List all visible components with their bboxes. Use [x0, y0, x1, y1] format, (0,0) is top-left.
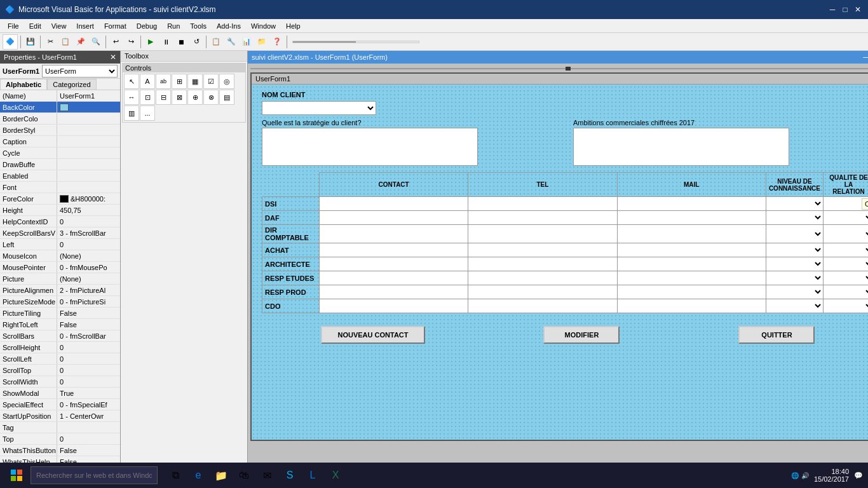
dir-niveau-select[interactable] [766, 225, 823, 243]
modifier-button[interactable]: MODIFIER [543, 326, 620, 344]
strategie-input[interactable] [262, 128, 478, 166]
dir-contact-input[interactable] [320, 225, 468, 243]
resp-etudes-tel-input[interactable] [468, 271, 616, 285]
tb-icon-vba[interactable]: 🔷 [3, 34, 18, 50]
tool-scrollbar[interactable]: ↔ [124, 90, 139, 105]
tb-copy[interactable]: 📋 [58, 35, 72, 49]
daf-qualite-select[interactable] [824, 211, 868, 224]
tb-pause[interactable]: ⏸ [159, 35, 173, 49]
daf-contact-input[interactable] [320, 211, 468, 224]
tb-paste[interactable]: 📌 [74, 35, 88, 49]
cdo-contact-input[interactable] [320, 299, 468, 313]
taskbar-taskview-icon[interactable]: ⧉ [165, 465, 186, 485]
tb-run[interactable]: ▶ [144, 35, 158, 49]
dsi-mail-input[interactable] [618, 197, 766, 210]
menu-help[interactable]: Help [281, 21, 306, 31]
resp-prod-qualite-select[interactable] [824, 285, 868, 299]
tool-combobox[interactable]: ⊞ [172, 74, 187, 89]
resp-prod-tel-input[interactable] [468, 285, 616, 299]
tb-cut[interactable]: ✂ [43, 35, 57, 49]
taskbar-mail-icon[interactable]: ✉ [257, 465, 277, 485]
menu-format[interactable]: Format [99, 21, 132, 31]
tool-multipage[interactable]: ⊕ [187, 90, 203, 105]
arch-tel-input[interactable] [468, 257, 616, 271]
tool-image[interactable]: ⊗ [203, 90, 219, 105]
resp-prod-niveau-select[interactable] [766, 285, 823, 299]
menu-file[interactable]: File [3, 21, 24, 31]
maximize-button[interactable]: □ [840, 4, 850, 15]
menu-addins[interactable]: Add-Ins [212, 21, 246, 31]
dsi-niveau-select[interactable] [766, 197, 823, 210]
quitter-button[interactable]: QUITTER [738, 326, 815, 344]
taskbar-lync-icon[interactable]: L [302, 465, 323, 485]
menu-run[interactable]: Run [162, 21, 185, 31]
resp-prod-contact-input[interactable] [320, 285, 468, 299]
tool-more[interactable]: ... [140, 105, 155, 121]
properties-close-btn[interactable]: ✕ [110, 53, 116, 62]
tool-tabstrip[interactable]: ⊠ [172, 90, 187, 105]
tb-userform[interactable]: 📋 [209, 35, 223, 49]
start-button[interactable] [5, 464, 28, 487]
tool-select[interactable]: ↖ [124, 74, 139, 89]
cdo-tel-input[interactable] [468, 299, 616, 313]
content-minimize-btn[interactable]: ─ [863, 53, 868, 62]
menu-view[interactable]: View [46, 21, 72, 31]
taskbar-excel-icon[interactable]: X [325, 465, 346, 485]
ambitions-input[interactable] [573, 128, 789, 166]
resp-etudes-niveau-select[interactable] [766, 271, 823, 285]
achat-mail-input[interactable] [618, 243, 766, 257]
arch-mail-input[interactable] [618, 257, 766, 271]
cdo-qualite-select[interactable] [824, 299, 868, 313]
cdo-mail-input[interactable] [618, 299, 766, 313]
dsi-contact-input[interactable] [320, 197, 468, 210]
nouveau-contact-button[interactable]: NOUVEAU CONTACT [321, 326, 424, 344]
tb-more2[interactable]: 📊 [240, 35, 254, 49]
tab-categorized[interactable]: Categorized [47, 79, 96, 90]
tb-redo[interactable]: ↪ [124, 35, 138, 49]
arch-niveau-select[interactable] [766, 257, 823, 271]
minimize-button[interactable]: ─ [827, 4, 837, 15]
tool-textbox[interactable]: ab [156, 74, 171, 89]
arch-contact-input[interactable] [320, 257, 468, 271]
toolbox-controls-header[interactable]: Controls [123, 64, 245, 72]
daf-tel-input[interactable] [468, 211, 616, 224]
resp-etudes-qualite-select[interactable] [824, 271, 868, 285]
taskbar-notification-icon[interactable]: 💬 [854, 471, 863, 480]
tool-label[interactable]: A [140, 74, 155, 89]
dir-mail-input[interactable] [618, 225, 766, 243]
achat-tel-input[interactable] [468, 243, 616, 257]
tool-spinbutton[interactable]: ⊡ [140, 90, 155, 105]
taskbar-explorer-icon[interactable]: 📁 [211, 465, 231, 485]
menu-edit[interactable]: Edit [24, 21, 46, 31]
menu-insert[interactable]: Insert [71, 21, 99, 31]
taskbar-edge-icon[interactable]: e [188, 465, 208, 485]
tool-checkbox[interactable]: ☑ [203, 74, 219, 89]
tb-undo[interactable]: ↩ [109, 35, 123, 49]
tb-reset[interactable]: ↺ [189, 35, 203, 49]
prop-row-backcolor[interactable]: BackColor [0, 102, 120, 113]
achat-contact-input[interactable] [320, 243, 468, 257]
nom-client-select[interactable] [262, 101, 376, 115]
tab-alphabetic[interactable]: Alphabetic [0, 79, 47, 90]
tool-frame[interactable]: ▤ [219, 90, 234, 105]
tb-help[interactable]: ❓ [270, 35, 284, 49]
taskbar-skype-icon[interactable]: S [280, 465, 300, 485]
resp-etudes-mail-input[interactable] [618, 271, 766, 285]
achat-niveau-select[interactable] [766, 243, 823, 257]
properties-object-select[interactable]: UserForm [42, 65, 118, 78]
achat-qualite-select[interactable] [824, 243, 868, 257]
arch-qualite-select[interactable] [824, 257, 868, 271]
tool-commandbutton[interactable]: ⊟ [156, 90, 171, 105]
tb-stop[interactable]: ⏹ [174, 35, 188, 49]
tool-listbox[interactable]: ▦ [187, 74, 203, 89]
tb-find[interactable]: 🔍 [89, 35, 103, 49]
dsi-tel-input[interactable] [468, 197, 616, 210]
daf-mail-input[interactable] [618, 211, 766, 224]
taskbar-search-input[interactable] [31, 466, 158, 484]
resp-etudes-contact-input[interactable] [320, 271, 468, 285]
menu-debug[interactable]: Debug [132, 21, 162, 31]
tool-togglebutton[interactable]: ▥ [124, 105, 139, 121]
taskbar-store-icon[interactable]: 🛍 [234, 465, 254, 485]
daf-niveau-select[interactable] [766, 211, 823, 224]
tool-radiobutton[interactable]: ◎ [219, 74, 234, 89]
